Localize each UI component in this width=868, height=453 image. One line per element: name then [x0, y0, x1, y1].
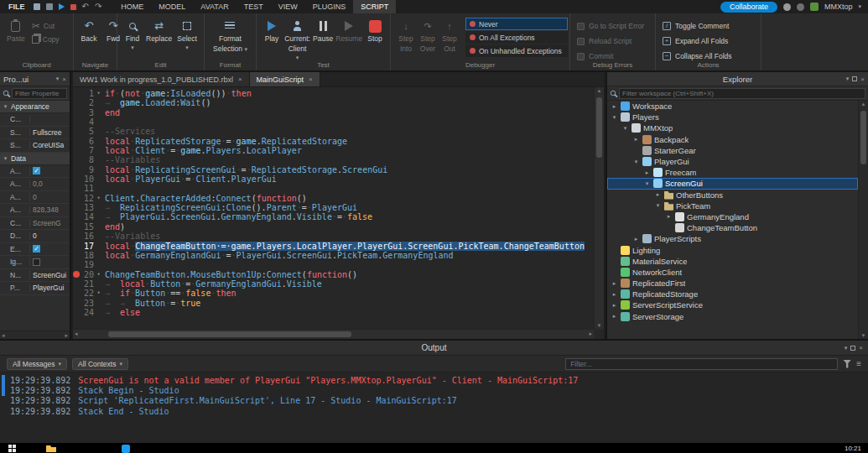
tree-item-lighting[interactable]: Lighting [607, 244, 858, 255]
resume-button[interactable]: Resume [336, 18, 361, 44]
tree-item-players[interactable]: ▾Players [607, 112, 858, 122]
notifications-icon[interactable] [797, 3, 804, 11]
exception-option[interactable]: On Unhandled Exceptions [465, 44, 568, 57]
gutter[interactable]: 3 [73, 108, 103, 117]
gutter[interactable]: 9 [73, 165, 103, 174]
code-text[interactable]: --Variables [103, 155, 160, 164]
gutter[interactable]: 23 [73, 299, 103, 308]
back-button[interactable]: ↶ Back [78, 18, 100, 44]
expand-arrow[interactable]: ▸ [654, 191, 662, 198]
gutter[interactable]: 8 [73, 155, 103, 164]
action-button[interactable]: +Expand All Folds [660, 34, 756, 48]
expand-arrow[interactable]: ▸ [611, 103, 618, 110]
expand-arrow[interactable]: ▸ [632, 236, 640, 242]
code-text[interactable]: --Services [103, 127, 155, 136]
code-text[interactable]: end [103, 108, 120, 117]
tree-item-networkclient[interactable]: NetworkClient [607, 267, 858, 278]
tree-item-otherbuttons[interactable]: ▸OtherButtons [607, 190, 858, 200]
property-row[interactable]: C...ScreenG [0, 217, 70, 231]
gutter[interactable]: 20▾ [73, 270, 103, 279]
contexts-filter-dropdown[interactable]: All Contexts▾ [72, 358, 128, 370]
debug-error-button[interactable]: Go to Script Error [574, 19, 651, 33]
tree-item-screengui[interactable]: ▾ScreenGui [607, 178, 858, 189]
tree-item-pickteam[interactable]: ▾PickTeam [607, 200, 858, 211]
expand-arrow[interactable]: ▾ [654, 202, 662, 209]
scroll-left-icon[interactable]: ◂ [2, 331, 5, 339]
property-row[interactable]: D...0 [0, 230, 70, 243]
tab-close-icon[interactable]: × [238, 76, 242, 83]
gutter[interactable]: 13 [73, 203, 103, 212]
expand-arrow[interactable]: ▸ [611, 313, 618, 320]
expand-arrow[interactable]: ▸ [611, 291, 618, 298]
account-chevron-down-icon[interactable]: ▾ [858, 3, 861, 10]
property-row[interactable]: A...✓ [0, 165, 70, 179]
property-row[interactable]: C... [0, 113, 70, 127]
file-explorer-icon[interactable] [46, 445, 56, 452]
expand-arrow[interactable]: ▸ [643, 169, 651, 176]
play-button[interactable]: Play [261, 18, 283, 44]
tree-item-replicatedfirst[interactable]: ▸ReplicatedFirst [607, 278, 858, 289]
tree-item-changeteambutton[interactable]: ChangeTeamButton [607, 222, 858, 233]
property-row[interactable]: S...CoreUISa [0, 139, 70, 153]
redo-icon[interactable]: ↷ [95, 3, 101, 11]
scroll-left-icon[interactable]: ◂ [75, 331, 78, 337]
gutter[interactable]: 11 [73, 184, 103, 193]
menu-tab-script[interactable]: SCRIPT [353, 0, 396, 13]
tree-item-replicatedstorage[interactable]: ▸ReplicatedStorage [607, 289, 858, 299]
code-text[interactable]: →ReplicatingScreenGui:Clone().Parent·=·P… [103, 203, 357, 212]
messages-filter-dropdown[interactable]: All Messages▾ [7, 358, 67, 370]
select-button[interactable]: Select ▾ [174, 18, 200, 53]
exception-option[interactable]: Never [465, 18, 568, 30]
property-value[interactable]: 0 [30, 232, 70, 240]
output-line[interactable]: 19:29:39.892Stack Begin - Studio [10, 386, 868, 396]
gutter[interactable]: 2 [73, 98, 103, 107]
live-collaborators-icon[interactable] [783, 3, 791, 11]
menu-tab-model[interactable]: MODEL [151, 0, 193, 13]
gutter[interactable]: 12▾ [73, 194, 103, 203]
code-text[interactable]: --Variables [103, 232, 160, 241]
section-header-data[interactable]: ▾Data [0, 153, 70, 165]
property-row[interactable]: Ig... [0, 256, 70, 269]
code-text[interactable]: local·GermanyEnglandGui·=·PlayerGui.Scre… [103, 251, 454, 260]
exception-option[interactable]: On All Exceptions [465, 31, 568, 44]
explorer-filter-input[interactable] [619, 88, 865, 99]
tree-item-playergui[interactable]: ▾PlayerGui [607, 156, 858, 167]
tree-item-materialservice[interactable]: MaterialService [607, 256, 858, 267]
code-text[interactable]: Client.CharacterAdded:Connect(function() [103, 194, 307, 203]
code-text[interactable]: →game.Loaded:Wait() [103, 98, 211, 107]
code-text[interactable]: end) [103, 222, 125, 232]
code-text[interactable]: local·Client·=·game.Players.LocalPlayer [103, 146, 302, 155]
windows-start-icon[interactable] [8, 445, 16, 452]
code-text[interactable]: local·PlayerGui·=·Client.PlayerGui [103, 174, 277, 184]
tree-item-freecam[interactable]: ▸Freecam [607, 167, 858, 178]
output-log[interactable]: 19:29:39.892ScreenGui is not a valid mem… [0, 372, 868, 417]
gutter[interactable]: 6 [73, 137, 103, 146]
checkbox[interactable]: ✓ [33, 245, 40, 253]
undo-icon[interactable]: ↶ [82, 3, 89, 11]
explorer-menu-chevron-icon[interactable]: ▾ [846, 76, 850, 82]
section-header-appearance[interactable]: ▾Appearance [0, 101, 70, 113]
expand-arrow[interactable]: ▾ [621, 125, 629, 132]
debug-error-button[interactable]: Reload Script [574, 34, 651, 48]
fold-arrow[interactable]: ▾ [94, 270, 103, 279]
code-text[interactable]: →→Button·=·true [103, 299, 200, 308]
fold-arrow[interactable]: ▾ [94, 194, 103, 203]
scroll-up-icon[interactable]: ▲ [859, 102, 868, 107]
tree-item-playerscripts[interactable]: ▸PlayerScripts [607, 233, 858, 244]
property-row[interactable]: S...Fullscree [0, 127, 70, 140]
output-filter-input[interactable] [565, 358, 838, 370]
code-text[interactable] [103, 260, 105, 269]
code-text[interactable]: →local·Button·=·GermanyEnglandGui.Visibl… [103, 279, 322, 289]
gutter[interactable]: 1▾ [73, 89, 103, 98]
scroll-right-icon[interactable]: ▸ [589, 331, 592, 337]
scroll-right-icon[interactable]: ▸ [65, 331, 68, 339]
roblox-studio-taskbar-icon[interactable] [122, 445, 130, 453]
menu-tab-test[interactable]: TEST [236, 0, 271, 13]
gutter[interactable]: 17 [73, 242, 103, 251]
fold-arrow[interactable]: ▾ [94, 89, 103, 98]
explorer-close-icon[interactable]: × [860, 76, 865, 83]
editor-vscrollbar[interactable]: ▲ ▼ [594, 87, 604, 329]
properties-filter-input[interactable] [12, 88, 67, 99]
tree-item-mmxtop[interactable]: ▾MMXtop [607, 122, 858, 133]
gutter[interactable]: 10 [73, 174, 103, 184]
